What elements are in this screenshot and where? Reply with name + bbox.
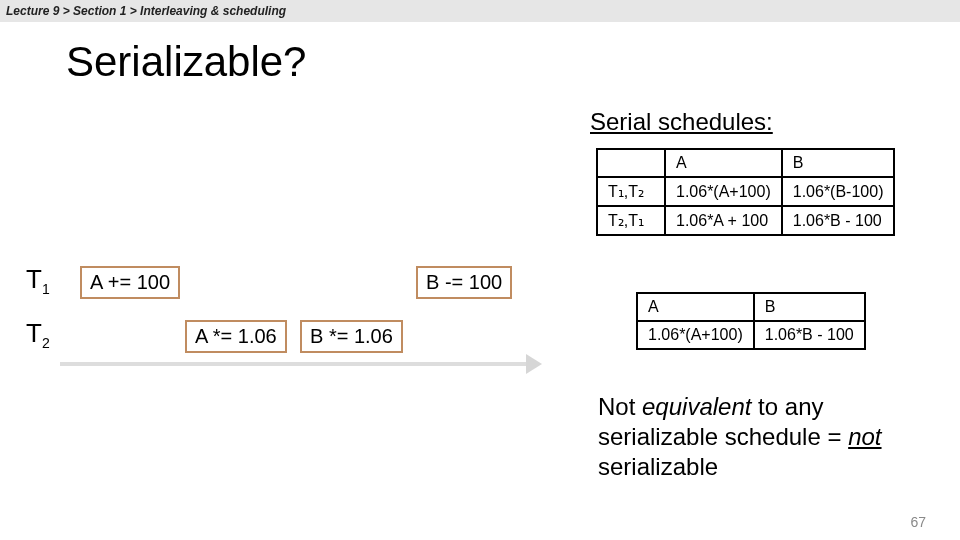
- cell-B-t2t1: 1.06*B - 100: [782, 206, 895, 235]
- empty-cell: [597, 149, 665, 177]
- breadcrumb: Lecture 9 > Section 1 > Interleaving & s…: [0, 0, 960, 22]
- t2-base: T: [26, 318, 42, 348]
- table-row: T₂,T₁ 1.06*A + 100 1.06*B - 100: [597, 206, 894, 235]
- cell-B-t1t2: 1.06*(B-100): [782, 177, 895, 206]
- op-box-b-times-1-06: B *= 1.06: [300, 320, 403, 353]
- op-box-b-minus-100: B -= 100: [416, 266, 512, 299]
- table-row: 1.06*(A+100) 1.06*B - 100: [637, 321, 865, 349]
- col-B-header: B: [782, 149, 895, 177]
- col-A-header: A: [665, 149, 782, 177]
- cell-t1t2: T₁,T₂: [597, 177, 665, 206]
- conclusion-equivalent: equivalent: [642, 393, 758, 420]
- interleaved-result-table: A B 1.06*(A+100) 1.06*B - 100: [636, 292, 866, 350]
- op-box-a-times-1-06: A *= 1.06: [185, 320, 287, 353]
- op-box-a-plus-100: A += 100: [80, 266, 180, 299]
- cell-A-t2t1: 1.06*A + 100: [665, 206, 782, 235]
- timeline-arrow-head-icon: [526, 354, 542, 374]
- page-number: 67: [910, 514, 926, 530]
- timeline-arrow-line: [60, 362, 530, 366]
- cell-B-result: 1.06*B - 100: [754, 321, 865, 349]
- table-row: A B: [637, 293, 865, 321]
- t2-sub: 2: [42, 335, 50, 351]
- serial-schedules-heading: Serial schedules:: [590, 108, 773, 136]
- transaction-t2-label: T2: [26, 318, 50, 351]
- page-title: Serializable?: [66, 38, 306, 86]
- t1-base: T: [26, 264, 42, 294]
- col-B-header: B: [754, 293, 865, 321]
- serial-schedules-table: A B T₁,T₂ 1.06*(A+100) 1.06*(B-100) T₂,T…: [596, 148, 895, 236]
- cell-t2t1: T₂,T₁: [597, 206, 665, 235]
- conclusion-text: Not equivalent to any serializable sched…: [598, 392, 928, 482]
- conclusion-not: not: [848, 423, 881, 450]
- conclusion-tail: serializable: [598, 453, 718, 480]
- cell-A-result: 1.06*(A+100): [637, 321, 754, 349]
- t1-sub: 1: [42, 281, 50, 297]
- col-A-header: A: [637, 293, 754, 321]
- transaction-t1-label: T1: [26, 264, 50, 297]
- cell-A-t1t2: 1.06*(A+100): [665, 177, 782, 206]
- table-row: A B: [597, 149, 894, 177]
- table-row: T₁,T₂ 1.06*(A+100) 1.06*(B-100): [597, 177, 894, 206]
- conclusion-pre: Not: [598, 393, 642, 420]
